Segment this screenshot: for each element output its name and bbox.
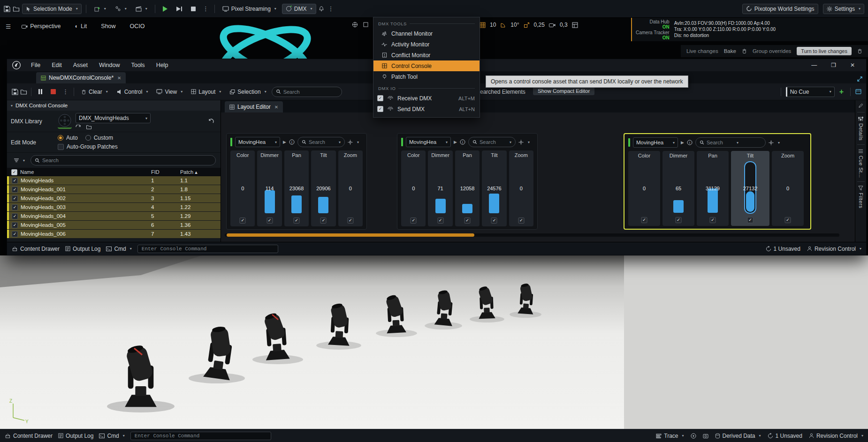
fader-pan[interactable]: Pan23068✓ [284, 150, 309, 226]
fader-checkbox[interactable]: ✓ [464, 217, 471, 224]
send-dmx-checkbox[interactable]: ✓ [377, 106, 383, 112]
viewport-scene[interactable]: Z Y [0, 255, 868, 429]
selection-dropdown[interactable]: Selection▾ [226, 87, 269, 97]
edit-mode-auto-radio[interactable]: Auto [58, 135, 78, 141]
fader-group-2[interactable]: MovingHea▾ ▶ i ▾ ▾ Color0✓ Dimmer71✓ Pan… [397, 133, 538, 230]
menu-window[interactable]: Window [94, 60, 125, 70]
group-search-input[interactable]: ▾ [297, 137, 345, 147]
fader-checkbox[interactable]: ✓ [320, 217, 327, 224]
surface-snap-icon[interactable] [352, 22, 358, 28]
browse-to-asset-icon[interactable] [86, 125, 92, 129]
pixotope-world-settings-button[interactable]: Pixotope World Settings [742, 4, 818, 14]
window-minimize-button[interactable]: — [811, 62, 817, 68]
trash-icon[interactable] [742, 48, 747, 54]
fader-tilt-selected[interactable]: Tilt27132✓ [731, 151, 769, 226]
rotation-snap-icon[interactable] [500, 22, 506, 28]
revision-control-dropdown[interactable]: Revision Control▾ [809, 433, 863, 439]
close-tab-icon[interactable]: ✕ [117, 75, 121, 81]
fader-checkbox[interactable]: ✓ [347, 217, 353, 224]
play-options-kebab[interactable]: ⋮ [201, 5, 210, 12]
browse-content-icon[interactable] [13, 6, 20, 12]
turn-to-live-changes-button[interactable]: Turn to live changes [797, 47, 852, 55]
stop-dmx-button[interactable] [47, 88, 59, 96]
output-log-button[interactable]: Output Log [65, 246, 100, 252]
fader-tilt[interactable]: Tilt24576✓ [482, 150, 506, 226]
unsaved-status[interactable]: 1 Unsaved [766, 246, 800, 252]
selection-mode-dropdown[interactable]: Selection Mode▾ [22, 4, 82, 14]
left-panel-header[interactable]: ▾DMX Control Console [7, 100, 221, 111]
patch-row[interactable]: ✓MovingHeads_00671.43 [7, 230, 221, 239]
save-icon[interactable] [12, 89, 18, 95]
menu-item-channel-monitor[interactable]: Channel Monitor [373, 28, 480, 39]
undo-icon[interactable] [205, 119, 217, 124]
expand-window-icon[interactable] [857, 76, 866, 83]
cmd-dropdown[interactable]: Cmd▾ [106, 246, 131, 252]
ocio-dropdown[interactable]: OCIO [127, 22, 148, 31]
patch-row[interactable]: ✓MovingHeads11.1 [7, 176, 221, 185]
layout-canvas[interactable]: MovingHea▾ ▶ i ▾ ▾ Color0✓ Dimmer114✓ Pa… [221, 112, 855, 242]
fader-checkbox[interactable]: ✓ [240, 217, 246, 224]
fader-dimmer[interactable]: Dimmer114✓ [257, 150, 282, 226]
fader-zoom[interactable]: Zoom0✓ [772, 151, 804, 226]
fader-color[interactable]: Color0✓ [401, 150, 426, 226]
output-log-button[interactable]: Output Log [58, 433, 93, 439]
frame-skip-button[interactable] [173, 5, 185, 13]
menu-item-conflict-monitor[interactable]: Conflict Monitor [373, 50, 480, 60]
scale-snap-icon[interactable] [524, 22, 530, 28]
menu-item-receive-dmx[interactable]: ✓Receive DMXALT+M [373, 93, 480, 104]
pen-icon[interactable] [858, 103, 863, 108]
settings-dropdown[interactable]: Settings▾ [823, 4, 864, 14]
fixture-group-dropdown[interactable]: MovingHea▾ [235, 137, 280, 147]
row-checkbox[interactable]: ✓ [12, 187, 18, 193]
bell-icon[interactable] [319, 6, 324, 12]
revision-control-dropdown[interactable]: Revision Control▾ [807, 246, 861, 252]
column-fid[interactable]: FID [151, 169, 177, 175]
tab-cue-stack[interactable]: Cue St... [858, 149, 864, 178]
tab-details[interactable]: Details [858, 116, 864, 141]
fader-zoom[interactable]: Zoom0✓ [338, 150, 363, 226]
insights-icon[interactable] [691, 433, 696, 439]
edit-mode-custom-radio[interactable]: Custom [85, 135, 113, 141]
cue-selector-dropdown[interactable]: No Cue▾ [786, 87, 835, 97]
menu-item-activity-monitor[interactable]: Activity Monitor [373, 39, 480, 50]
group-settings-gear-icon[interactable] [348, 140, 353, 145]
fader-checkbox[interactable]: ✓ [676, 217, 682, 223]
fader-pan[interactable]: Pan12058✓ [455, 150, 480, 226]
pixel-streaming-dropdown[interactable]: Pixel Streaming▾ [219, 4, 280, 14]
pause-dmx-button[interactable] [35, 88, 46, 96]
fader-dimmer[interactable]: Dimmer65✓ [662, 151, 694, 226]
camera-speed-value[interactable]: 0,3 [560, 22, 568, 28]
screenshot-icon[interactable] [703, 433, 708, 439]
menu-item-patch-tool[interactable]: Patch Tool [373, 71, 480, 82]
save-all-icon[interactable] [4, 6, 10, 12]
content-drawer-button[interactable]: Content Drawer [12, 246, 60, 252]
tab-layout-editor[interactable]: Layout Editor ✕ [225, 101, 283, 112]
rotation-snap-value[interactable]: 10° [510, 22, 519, 28]
control-dropdown[interactable]: Control▾ [113, 87, 152, 97]
blueprints-dropdown[interactable]: ▾ [112, 4, 130, 13]
patch-row[interactable]: ✓MovingHeads_00451.29 [7, 212, 221, 221]
add-actor-dropdown[interactable]: ▾ [91, 4, 109, 14]
group-settings-gear-icon[interactable] [518, 140, 524, 145]
trash-icon[interactable] [857, 48, 862, 54]
fader-checkbox[interactable]: ✓ [747, 217, 754, 223]
row-checkbox[interactable]: ✓ [12, 231, 18, 237]
window-maximize-button[interactable]: ❒ [831, 62, 836, 68]
viewport-menu-icon[interactable]: ☰ [6, 23, 11, 30]
lit-dropdown[interactable]: ◐Lit [72, 22, 91, 31]
tab-filters[interactable]: Filters [858, 186, 864, 208]
playback-options-kebab[interactable]: ⋮ [61, 88, 70, 95]
fader-checkbox[interactable]: ✓ [710, 217, 716, 223]
toolbar-search-input[interactable] [272, 87, 342, 97]
menu-file[interactable]: File [26, 60, 46, 70]
group-overrides-button[interactable]: Group overrides [753, 48, 791, 54]
grid-snap-icon[interactable] [480, 22, 486, 28]
fader-checkbox[interactable]: ✓ [294, 217, 300, 224]
grid-snap-value[interactable]: 10 [490, 22, 496, 28]
derived-data-dropdown[interactable]: Derived Data▾ [715, 433, 761, 439]
perspective-dropdown[interactable]: Perspective [18, 22, 64, 31]
menu-item-send-dmx[interactable]: ✓Send DMXALT+N [373, 104, 480, 114]
expand-arrow-icon[interactable]: ▶ [681, 140, 684, 145]
fader-group-3-selected[interactable]: MovingHea▾ ▶ i ▾ ▾ Color0✓ Dimmer65✓ Pan… [624, 133, 811, 230]
view-dropdown[interactable]: View▾ [153, 87, 186, 97]
